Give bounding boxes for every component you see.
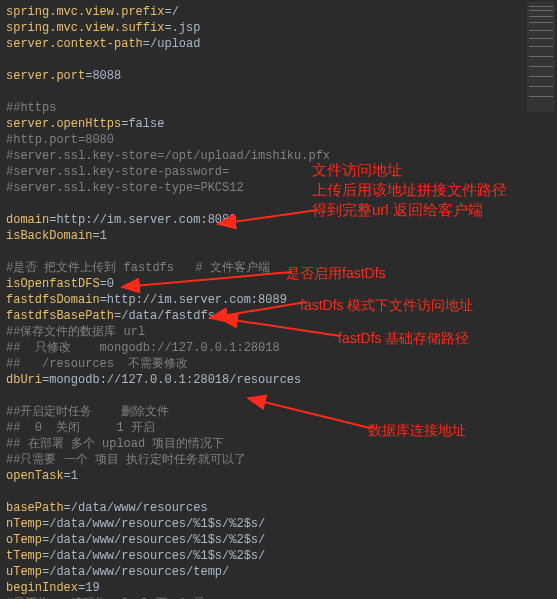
comment-text: ## 只修改 mongodb://127.0.0.1:28018: [6, 341, 280, 355]
equals-sign: =: [100, 277, 107, 291]
property-value: 1: [100, 229, 107, 243]
property-value: /data/www/resources/%1$s/%2$s/: [49, 533, 265, 547]
property-value: /data/www/resources: [71, 501, 208, 515]
code-line: ##开启定时任务 删除文件: [6, 404, 551, 420]
comment-text: #server.ssl.key-store-type=PKCS12: [6, 181, 244, 195]
code-line: ## 0 关闭 1 开启: [6, 420, 551, 436]
property-key: beginIndex: [6, 581, 78, 595]
code-line: #server.ssl.key-store=/opt/upload/imshik…: [6, 148, 551, 164]
property-value: /data/fastdfs: [121, 309, 215, 323]
comment-text: ## 在部署 多个 upload 项目的情况下: [6, 437, 224, 451]
comment-text: ##保存文件的数据库 url: [6, 325, 145, 339]
code-line: #server.ssl.key-store-password=: [6, 164, 551, 180]
property-value: http://im.server.com:8089: [56, 213, 236, 227]
property-key: fastdfsBasePath: [6, 309, 114, 323]
equals-sign: =: [92, 229, 99, 243]
property-value: .jsp: [172, 21, 201, 35]
equals-sign: =: [164, 21, 171, 35]
property-value: /data/www/resources/temp/: [49, 565, 229, 579]
property-key: openTask: [6, 469, 64, 483]
equals-sign: =: [143, 37, 150, 51]
code-line: [6, 84, 551, 100]
property-key: isOpenfastDFS: [6, 277, 100, 291]
code-line: ##https: [6, 100, 551, 116]
code-line: spring.mvc.view.suffix=.jsp: [6, 20, 551, 36]
code-line: server.port=8088: [6, 68, 551, 84]
comment-text: #是否 把文件上传到 fastdfs # 文件客户端: [6, 261, 270, 275]
comment-text: ##只需要 一个 项目 执行定时任务就可以了: [6, 453, 246, 467]
code-line: #是否 把文件上传到 fastdfs # 文件客户端: [6, 260, 551, 276]
code-line: ##保存文件的数据库 url: [6, 324, 551, 340]
property-key: server.openHttps: [6, 117, 121, 131]
comment-text: #server.ssl.key-store=/opt/upload/imshik…: [6, 149, 330, 163]
code-line: isOpenfastDFS=0: [6, 276, 551, 292]
equals-sign: =: [164, 5, 171, 19]
code-line: [6, 52, 551, 68]
code-line: fastdfsDomain=http://im.server.com:8089: [6, 292, 551, 308]
code-line: oTemp=/data/www/resources/%1$s/%2$s/: [6, 532, 551, 548]
property-key: server.port: [6, 69, 85, 83]
comment-text: #http.port=8080: [6, 133, 114, 147]
code-line: basePath=/data/www/resources: [6, 500, 551, 516]
property-key: tTemp: [6, 549, 42, 563]
property-value: 1: [71, 469, 78, 483]
code-line: server.context-path=/upload: [6, 36, 551, 52]
property-value: 19: [85, 581, 99, 595]
comment-text: ## 0 关闭 1 开启: [6, 421, 155, 435]
equals-sign: =: [64, 501, 71, 515]
code-line: [6, 196, 551, 212]
comment-text: ##https: [6, 101, 56, 115]
code-line: fastdfsBasePath=/data/fastdfs: [6, 308, 551, 324]
code-line: domain=http://im.server.com:8089: [6, 212, 551, 228]
property-key: server.context-path: [6, 37, 143, 51]
code-line: dbUri=mongodb://127.0.0.1:28018/resource…: [6, 372, 551, 388]
code-line: ## 只修改 mongodb://127.0.0.1:28018: [6, 340, 551, 356]
property-key: spring.mvc.view.prefix: [6, 5, 164, 19]
code-line: [6, 388, 551, 404]
code-line: tTemp=/data/www/resources/%1$s/%2$s/: [6, 548, 551, 564]
property-value: /upload: [150, 37, 200, 51]
code-editor[interactable]: spring.mvc.view.prefix=/spring.mvc.view.…: [0, 0, 557, 599]
code-line: [6, 244, 551, 260]
property-key: oTemp: [6, 533, 42, 547]
property-key: isBackDomain: [6, 229, 92, 243]
code-line: openTask=1: [6, 468, 551, 484]
property-value: false: [128, 117, 164, 131]
comment-text: ##开启定时任务 删除文件: [6, 405, 169, 419]
property-key: domain: [6, 213, 49, 227]
code-line: [6, 484, 551, 500]
property-key: spring.mvc.view.suffix: [6, 21, 164, 35]
property-value: mongodb://127.0.0.1:28018/resources: [49, 373, 301, 387]
property-value: http://im.server.com:8089: [107, 293, 287, 307]
code-line: server.openHttps=false: [6, 116, 551, 132]
code-line: beginIndex=19: [6, 580, 551, 596]
code-line: uTemp=/data/www/resources/temp/: [6, 564, 551, 580]
minimap[interactable]: [527, 2, 555, 112]
comment-text: ## /resources 不需要修改: [6, 357, 188, 371]
property-value: /: [172, 5, 179, 19]
code-line: isBackDomain=1: [6, 228, 551, 244]
code-line: #server.ssl.key-store-type=PKCS12: [6, 180, 551, 196]
equals-sign: =: [100, 293, 107, 307]
property-value: /data/www/resources/%1$s/%2$s/: [49, 549, 265, 563]
property-value: /data/www/resources/%1$s/%2$s/: [49, 517, 265, 531]
code-line: ## /resources 不需要修改: [6, 356, 551, 372]
code-line: #http.port=8080: [6, 132, 551, 148]
code-line: nTemp=/data/www/resources/%1$s/%2$s/: [6, 516, 551, 532]
code-line: spring.mvc.view.prefix=/: [6, 4, 551, 20]
property-key: dbUri: [6, 373, 42, 387]
code-line: ## 在部署 多个 upload 项目的情况下: [6, 436, 551, 452]
property-value: 0: [107, 277, 114, 291]
property-key: basePath: [6, 501, 64, 515]
comment-text: #server.ssl.key-store-password=: [6, 165, 229, 179]
property-value: 8088: [92, 69, 121, 83]
property-key: uTemp: [6, 565, 42, 579]
equals-sign: =: [64, 469, 71, 483]
code-line: ##只需要 一个 项目 执行定时任务就可以了: [6, 452, 551, 468]
property-key: nTemp: [6, 517, 42, 531]
property-key: fastdfsDomain: [6, 293, 100, 307]
